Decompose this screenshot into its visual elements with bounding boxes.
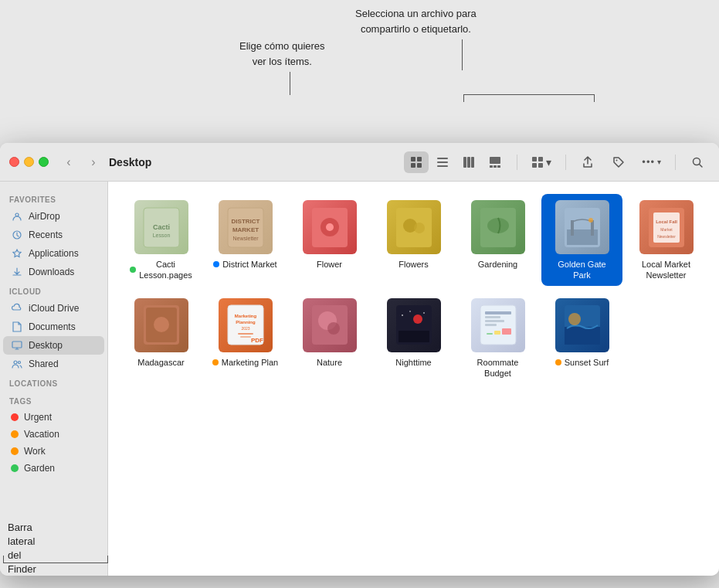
svg-rect-66 (399, 331, 429, 342)
sidebar-item-vacation[interactable]: Vacation (3, 426, 104, 443)
svg-point-68 (409, 311, 411, 312)
content-area: Cacti Lesson CactiLesson.pages DIS (108, 182, 719, 576)
icloud-label: iCloud (0, 281, 107, 299)
thumb-cacti: Cacti Lesson (134, 200, 188, 254)
sidebar-item-shared[interactable]: Shared (3, 355, 104, 373)
svg-rect-71 (485, 311, 511, 314)
svg-rect-2 (411, 163, 415, 168)
file-item-roommate-budget[interactable]: RoommateBudget (457, 292, 538, 384)
thumb-nighttime (387, 298, 441, 352)
thumb-district: DISTRICT MARKET Newsletter (219, 200, 273, 254)
sunset-thumb-svg (563, 304, 602, 346)
sidebar-item-recents[interactable]: Recents (3, 226, 104, 244)
list-view-button[interactable] (430, 151, 455, 173)
urgent-dot (11, 413, 19, 421)
sidebar-item-work[interactable]: Work (3, 443, 104, 460)
svg-text:Local Fall: Local Fall (656, 219, 677, 224)
file-item-gardening[interactable]: Gardening (457, 194, 538, 286)
svg-rect-8 (467, 157, 470, 168)
svg-point-35 (326, 223, 334, 231)
close-button[interactable] (9, 157, 19, 167)
share-button[interactable] (575, 151, 600, 173)
recents-label: Recents (29, 229, 63, 240)
cacti-name: CactiLesson.pages (139, 259, 192, 281)
sidebar-item-documents[interactable]: Documents (3, 318, 104, 336)
svg-rect-1 (417, 157, 422, 161)
sidebar-item-downloads[interactable]: Downloads (3, 263, 104, 281)
finder-window: ‹ › Desktop (0, 143, 719, 576)
svg-text:PDF: PDF (251, 337, 263, 344)
urgent-label: Urgent (24, 412, 52, 423)
sidebar-item-icloud-drive[interactable]: iCloud Drive (3, 299, 104, 318)
sidebar-item-garden[interactable]: Garden (3, 460, 104, 477)
maximize-button[interactable] (39, 157, 49, 167)
file-item-sunset-surf[interactable]: Sunset Surf (541, 292, 622, 384)
group-by-button[interactable]: ▾ (527, 151, 556, 173)
forward-button[interactable]: › (84, 153, 103, 172)
thumb-gardening (471, 200, 525, 254)
madagascar-name: Madagascar (137, 357, 185, 368)
gallery-view-button[interactable] (483, 151, 507, 173)
svg-rect-4 (437, 158, 448, 159)
file-item-cacti[interactable]: Cacti Lesson CactiLesson.pages (120, 194, 202, 286)
flowers-thumb-svg (395, 206, 433, 249)
callout-line-right (462, 39, 463, 70)
more-arrow: ▾ (657, 158, 661, 166)
sidebar-item-airdrop[interactable]: AirDrop (3, 207, 104, 226)
svg-point-21 (15, 213, 19, 216)
svg-text:Marketing: Marketing (234, 314, 256, 318)
svg-rect-5 (437, 161, 448, 163)
more-button[interactable]: ••• ▾ (637, 151, 666, 173)
sidebar-item-urgent[interactable]: Urgent (3, 409, 104, 426)
sidebar-item-desktop[interactable]: Desktop (3, 336, 104, 355)
roommate-name: RoommateBudget (477, 357, 519, 379)
file-item-nighttime[interactable]: Nighttime (373, 292, 454, 384)
group-arrow: ▾ (546, 156, 551, 168)
search-button[interactable] (685, 151, 710, 173)
callout-line-left (290, 72, 290, 95)
nature-name: Nature (317, 357, 342, 368)
svg-rect-0 (411, 157, 415, 161)
sidebar-item-applications[interactable]: Applications (3, 244, 104, 263)
file-item-marketing-plan[interactable]: Marketing Planning 2023 PDF Marketing Pl… (205, 292, 286, 384)
tag-button[interactable] (606, 151, 631, 173)
callout-view-text: Elige cómo quieresver los ítems. (239, 39, 325, 69)
garden-dot (11, 464, 19, 472)
vacation-label: Vacation (24, 429, 59, 440)
icon-view-button[interactable] (404, 151, 429, 173)
work-label: Work (24, 446, 46, 457)
column-view-button[interactable] (456, 151, 481, 173)
toolbar-separator-2 (565, 155, 566, 170)
svg-rect-79 (565, 327, 600, 345)
file-item-madagascar[interactable]: Madagascar (120, 292, 202, 384)
svg-text:Planning: Planning (236, 320, 256, 325)
file-item-flowers[interactable]: Flowers (373, 194, 454, 286)
svg-rect-58 (238, 333, 253, 335)
district-thumb-svg: DISTRICT MARKET Newsletter (226, 206, 265, 249)
svg-rect-9 (471, 157, 474, 168)
svg-point-53 (154, 317, 169, 332)
back-button[interactable]: ‹ (59, 153, 78, 172)
file-item-district-market[interactable]: DISTRICT MARKET Newsletter District Mark… (205, 194, 286, 286)
thumb-sunset (555, 298, 609, 352)
svg-rect-75 (502, 328, 511, 335)
svg-rect-77 (487, 333, 493, 335)
shared-icon (11, 358, 23, 370)
file-item-golden-gate[interactable]: Golden Gate Park (541, 194, 622, 286)
minimize-button[interactable] (24, 157, 34, 167)
svg-point-63 (327, 322, 340, 335)
svg-point-45 (588, 218, 593, 223)
path-title: Desktop (109, 156, 151, 168)
icloud-drive-label: iCloud Drive (29, 303, 79, 314)
thumb-goldengate (555, 200, 609, 254)
flower-name: Flower (317, 259, 342, 270)
file-item-nature[interactable]: Nature (289, 292, 370, 384)
file-item-local-market[interactable]: Local Fall Market Newsletter Local Marke… (626, 194, 707, 286)
title-bar: ‹ › Desktop (0, 143, 719, 182)
svg-rect-17 (538, 163, 543, 168)
tag-icon (612, 156, 625, 168)
svg-rect-15 (538, 157, 543, 161)
nighttime-name: Nighttime (395, 357, 431, 368)
cacti-thumb-svg: Cacti Lesson (142, 206, 181, 249)
file-item-flower[interactable]: Flower (289, 194, 370, 286)
